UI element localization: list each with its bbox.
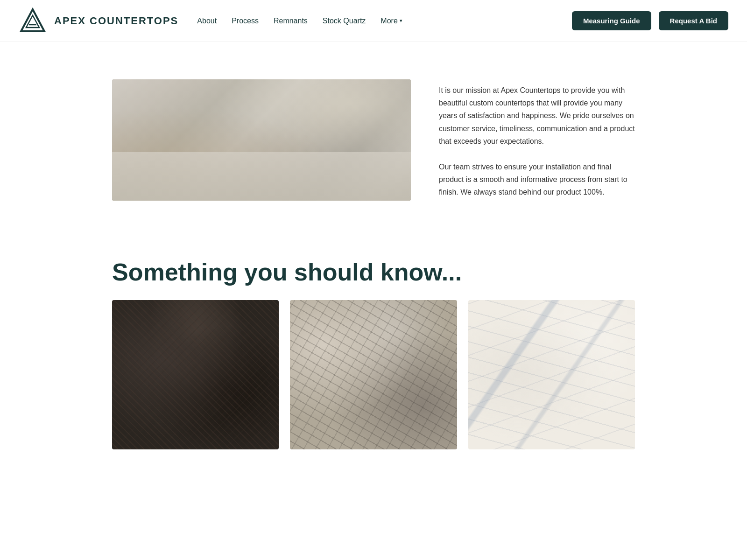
nav-more[interactable]: More ▾ — [381, 17, 402, 25]
nav-remnants[interactable]: Remnants — [274, 17, 308, 25]
about-paragraph-2: Our team strives to ensure your installa… — [439, 161, 635, 199]
know-section-heading: Something you should know... — [112, 240, 635, 301]
kitchen-image — [112, 79, 411, 201]
stone-card-white[interactable] — [468, 300, 635, 449]
brand-name: APEX COUNTERTOPS — [54, 15, 178, 27]
about-section: It is our mission at Apex Countertops to… — [112, 42, 635, 240]
header-buttons: Measuring Guide Request A Bid — [572, 11, 728, 30]
chevron-down-icon: ▾ — [400, 18, 402, 24]
know-heading: Something you should know... — [112, 259, 635, 287]
about-paragraph-1: It is our mission at Apex Countertops to… — [439, 84, 635, 147]
nav-process[interactable]: Process — [232, 17, 259, 25]
stone-card-gray[interactable] — [290, 300, 457, 449]
site-header: APEX COUNTERTOPS About Process Remnants … — [0, 0, 747, 42]
apex-logo-icon — [19, 7, 47, 35]
logo-area[interactable]: APEX COUNTERTOPS — [19, 7, 178, 35]
main-nav: About Process Remnants Stock Quartz More… — [197, 17, 402, 25]
main-content: It is our mission at Apex Countertops to… — [93, 42, 654, 477]
stone-grid — [112, 300, 635, 477]
nav-about[interactable]: About — [197, 17, 217, 25]
nav-more-label: More — [381, 17, 397, 25]
stone-card-dark[interactable] — [112, 300, 279, 449]
request-bid-button[interactable]: Request A Bid — [659, 11, 728, 30]
kitchen-countertop-photo — [112, 79, 411, 201]
nav-stock-quartz[interactable]: Stock Quartz — [323, 17, 366, 25]
measuring-guide-button[interactable]: Measuring Guide — [572, 11, 651, 30]
about-text: It is our mission at Apex Countertops to… — [439, 79, 635, 212]
